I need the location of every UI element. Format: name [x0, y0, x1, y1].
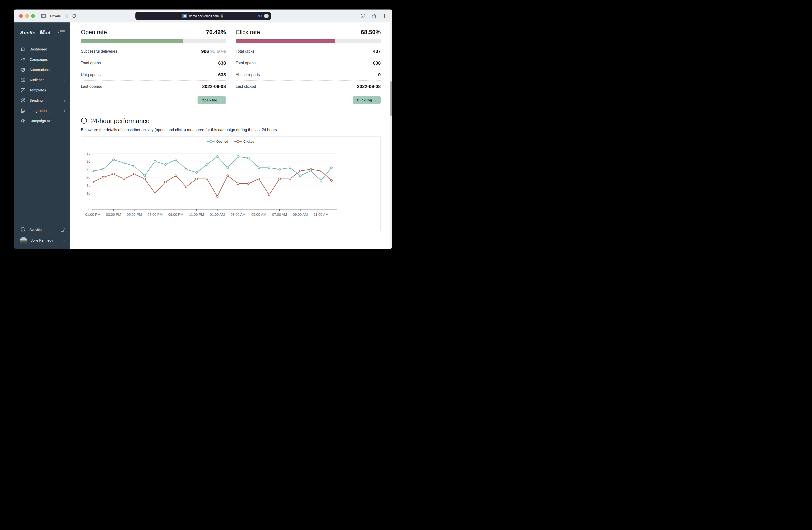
svg-text:09:00 PM: 09:00 PM [168, 213, 184, 217]
open-rate-panel: Open rate 70.42% Successful deliveries90… [81, 29, 226, 104]
api-gear-icon [20, 118, 26, 124]
paper-plane-icon [20, 57, 26, 62]
id-card-icon [20, 77, 26, 83]
click-rate-value: 68.50% [361, 29, 381, 36]
sidebar-item-campaigns[interactable]: Campaigns [14, 54, 70, 65]
legend-item-clicked[interactable]: Clicked [234, 140, 254, 143]
legend-item-opened[interactable]: Opened [207, 140, 228, 143]
svg-text:01:00 PM: 01:00 PM [85, 213, 100, 217]
svg-text:07:00 PM: 07:00 PM [148, 213, 163, 217]
sync-gear-icon [20, 98, 26, 103]
history-clock-icon [20, 227, 26, 233]
performance-title: 24-hour performance [90, 117, 149, 125]
svg-text:20: 20 [86, 175, 90, 179]
alarm-clock-icon [20, 67, 26, 73]
activities-label: Activities [29, 228, 57, 232]
svg-text:11:00 AM: 11:00 AM [314, 213, 328, 217]
click-log-button[interactable]: Click log → [353, 96, 381, 104]
click-rate-panel: Click rate 68.50% Total clicks437Total o… [236, 29, 381, 104]
performance-description: Below are the details of subscriber acti… [81, 128, 381, 132]
back-icon[interactable] [65, 14, 68, 18]
address-bar[interactable]: M demo.acellemail.com [135, 12, 271, 20]
sidebar-item-integration[interactable]: Integration› [14, 106, 70, 116]
open-rate-title: Open rate [81, 29, 107, 36]
external-link-icon[interactable] [61, 228, 65, 232]
share-icon[interactable] [372, 13, 376, 18]
stat-row-last-clicked: Last clicked2022-06-08 [236, 81, 381, 93]
svg-text:11:00 PM: 11:00 PM [189, 213, 204, 217]
sidebar-collapse-icon[interactable] [57, 30, 65, 33]
sidebar-item-automations[interactable]: Automations [14, 65, 70, 75]
sidebar-item-templates[interactable]: Templates [14, 85, 70, 95]
padlock-icon [221, 14, 223, 18]
stat-row-uniq-opens: Uniq opens638 [81, 69, 226, 81]
url-text: demo.acellemail.com [189, 14, 219, 18]
svg-text:35: 35 [86, 151, 90, 155]
chart-legend: OpenedClicked [81, 140, 380, 143]
app-logo: AcelleMail [20, 29, 50, 36]
reload-icon[interactable] [72, 14, 76, 18]
legend-marker-icon [207, 140, 215, 143]
svg-text:03:00 AM: 03:00 AM [231, 213, 246, 217]
svg-text:05:00 AM: 05:00 AM [251, 213, 266, 217]
chevron-right-icon: › [63, 238, 65, 242]
private-label: Private [50, 14, 61, 18]
click-rate-progressbar [236, 39, 381, 43]
sidebar-item-activities[interactable]: Activities [14, 224, 70, 235]
chevron-right-icon: › [64, 98, 65, 103]
sidebar: AcelleMail DashboardCampaignsAutomations… [14, 23, 70, 249]
svg-text:07:00 AM: 07:00 AM [272, 213, 287, 217]
stat-row-successful-deliveries: Successful deliveries906 90.60% [81, 45, 226, 57]
scrollbar-track[interactable] [390, 22, 392, 249]
sidebar-item-sending[interactable]: Sending› [14, 95, 70, 106]
logo-speed-lines-icon [37, 31, 39, 34]
open-rate-value: 70.42% [206, 29, 226, 36]
svg-text:25: 25 [86, 167, 90, 171]
user-menu[interactable]: Jolie Kennedy › [14, 235, 70, 246]
downloads-icon[interactable] [361, 13, 365, 18]
performance-line-chart: 01:00 PM03:00 PM05:00 PM07:00 PM09:00 PM… [81, 147, 380, 228]
svg-text:05:00 PM: 05:00 PM [127, 213, 142, 217]
user-avatar [20, 237, 27, 244]
sidebar-item-campaign-api[interactable]: Campaign API [14, 116, 70, 126]
sidebar-toggle-icon[interactable] [41, 14, 46, 18]
open-rate-progressbar [81, 39, 226, 43]
browser-titlebar: Private M demo.acellemail.com [14, 10, 392, 23]
desktop-background: { "browser": { "private_label": "Private… [0, 0, 406, 265]
stat-row-total-clicks: Total clicks437 [236, 45, 381, 57]
sidebar-item-audience[interactable]: Audience› [14, 75, 70, 85]
open-log-button[interactable]: Open log → [198, 96, 226, 104]
performance-section: 24-hour performance Below are the detail… [81, 117, 381, 231]
stat-row-abuse-reports: Abuse reports0 [236, 69, 381, 81]
minimize-window-icon[interactable] [25, 14, 29, 18]
scrollbar-thumb[interactable] [390, 81, 392, 116]
svg-text:5: 5 [88, 199, 90, 203]
site-favicon: M [183, 14, 187, 18]
traffic-lights [14, 14, 35, 18]
stat-row-last-opened: Last opened2022-06-08 [81, 81, 226, 93]
main-content: Open rate 70.42% Successful deliveries90… [70, 23, 392, 249]
chevron-right-icon: › [64, 109, 65, 113]
integration-icon [20, 108, 26, 114]
template-brush-icon [20, 87, 26, 93]
sidebar-nav: DashboardCampaignsAutomationsAudience›Te… [14, 44, 70, 126]
close-window-icon[interactable] [19, 14, 23, 18]
svg-text:01:00 AM: 01:00 AM [210, 213, 225, 217]
svg-text:03:00 PM: 03:00 PM [106, 213, 121, 217]
click-rate-title: Click rate [236, 29, 260, 36]
sidebar-item-dashboard[interactable]: Dashboard [14, 44, 70, 54]
svg-text:30: 30 [86, 159, 90, 163]
home-icon [20, 46, 26, 52]
clock-icon [81, 117, 87, 125]
svg-text:09:00 AM: 09:00 AM [293, 213, 308, 217]
user-name: Jolie Kennedy [31, 238, 59, 242]
speaker-icon[interactable] [258, 14, 262, 17]
zoom-window-icon[interactable] [31, 14, 35, 18]
browser-window: Private M demo.acellemail.com [14, 10, 392, 249]
svg-text:0: 0 [88, 207, 90, 211]
svg-text:15: 15 [86, 183, 90, 187]
new-tab-icon[interactable] [382, 14, 387, 18]
more-options-icon[interactable] [264, 14, 269, 18]
stat-row-total-opens: Total opens638 [81, 57, 226, 69]
svg-text:10: 10 [86, 191, 90, 195]
